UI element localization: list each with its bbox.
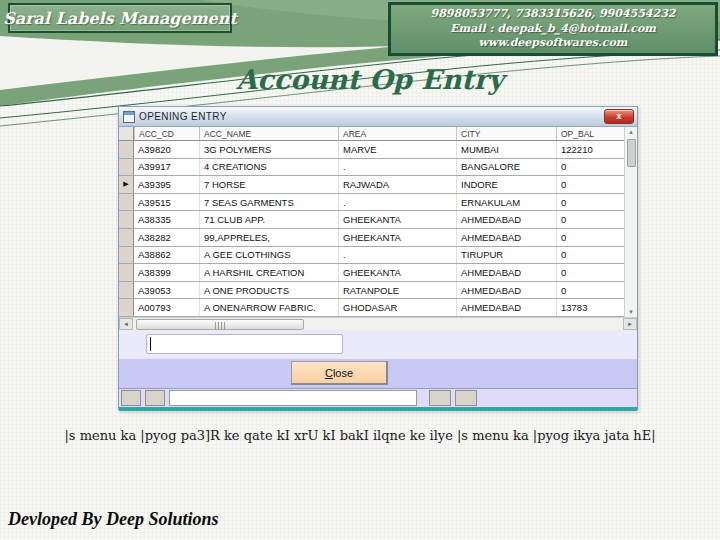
table-row[interactable]: A00793 A ONENARROW FABRIC. GHODASAR AHME… xyxy=(119,299,624,317)
row-selector[interactable] xyxy=(119,194,134,211)
table-row[interactable]: A39820 3G POLYMERS MARVE MUMBAI 122210 xyxy=(119,141,624,159)
grid-header-row: ACC_CD ACC_NAME AREA CITY OP_BAL xyxy=(119,127,624,141)
cell-area: GHEEKANTA xyxy=(338,229,456,246)
cell-acc-cd: A38862 xyxy=(134,247,199,264)
cell-op-bal: 0 xyxy=(556,211,623,228)
cell-acc-name: 7 HORSE xyxy=(199,176,338,193)
cell-acc-name: 4 CREATIONS xyxy=(199,159,338,176)
table-row[interactable]: A39515 7 SEAS GARMENTS . ERNAKULAM 0 xyxy=(119,194,624,212)
table-row[interactable]: A38335 71 CLUB APP. GHEEKANTA AHMEDABAD … xyxy=(119,211,624,229)
cell-acc-cd: A39515 xyxy=(134,194,199,211)
cell-city: TIRUPUR xyxy=(456,247,556,264)
cell-area: . xyxy=(338,247,456,264)
scroll-left-icon[interactable]: ◄ xyxy=(119,318,133,330)
row-selector[interactable] xyxy=(119,282,134,299)
row-selector[interactable]: ▶ xyxy=(119,176,134,193)
close-button[interactable]: Close xyxy=(291,361,388,385)
row-selector[interactable] xyxy=(119,159,134,176)
row-selector[interactable] xyxy=(119,247,134,264)
cell-area: . xyxy=(338,159,456,176)
window-bottom-accent xyxy=(119,407,637,411)
contact-website: www.deepsoftwares.com xyxy=(479,36,628,51)
cell-acc-name: A HARSHIL CREATION xyxy=(199,264,338,281)
scroll-up-icon[interactable]: ▲ xyxy=(628,127,634,137)
cell-op-bal: 13783 xyxy=(556,299,623,316)
row-selector[interactable] xyxy=(119,229,134,246)
cell-acc-name: A ONE PRODUCTS xyxy=(199,282,338,299)
row-selector[interactable] xyxy=(119,299,134,316)
window-close-button[interactable]: x xyxy=(604,109,634,124)
cell-op-bal: 122210 xyxy=(556,141,623,158)
cell-op-bal: 0 xyxy=(556,247,623,264)
slide: Saral Labels Management 9898053777, 7383… xyxy=(0,0,720,540)
cell-area: GHODASAR xyxy=(338,299,456,316)
table-row[interactable]: A39053 A ONE PRODUCTS RATANPOLE AHMEDABA… xyxy=(119,282,624,300)
table-row[interactable]: A38862 A GEE CLOTHINGS . TIRUPUR 0 xyxy=(119,247,624,265)
column-header-acc-cd[interactable]: ACC_CD xyxy=(134,127,199,140)
cell-acc-name: A ONENARROW FABRIC. xyxy=(199,299,338,316)
table-row[interactable]: A38399 A HARSHIL CREATION GHEEKANTA AHME… xyxy=(119,264,624,282)
cell-area: RATANPOLE xyxy=(338,282,456,299)
data-grid: ACC_CD ACC_NAME AREA CITY OP_BAL A39820 … xyxy=(119,127,637,317)
cell-acc-name: 71 CLUB APP. xyxy=(199,211,338,228)
scroll-right-icon[interactable]: ► xyxy=(623,318,637,330)
window-titlebar[interactable]: OPENING ENTRY x xyxy=(119,107,637,127)
column-header-area[interactable]: AREA xyxy=(338,127,456,140)
vertical-scrollbar[interactable]: ▲ ▼ xyxy=(624,127,637,317)
cell-op-bal: 0 xyxy=(556,159,623,176)
contact-box: 9898053777, 7383315626, 9904554232 Email… xyxy=(388,2,718,56)
close-strip: Close xyxy=(119,359,637,388)
cell-acc-name: A GEE CLOTHINGS xyxy=(199,247,338,264)
window-title: OPENING ENTRY xyxy=(139,111,227,122)
cell-city: ERNAKULAM xyxy=(456,194,556,211)
nav-next-button[interactable] xyxy=(429,390,451,406)
cell-acc-cd: A39917 xyxy=(134,159,199,176)
search-input[interactable] xyxy=(146,334,343,354)
row-selector[interactable] xyxy=(119,264,134,281)
hindi-caption: |s menu ka |pyog pa3]R ke qate kI xrU kI… xyxy=(0,428,720,443)
nav-record-box[interactable] xyxy=(169,390,417,406)
cell-area: RAJWADA xyxy=(338,176,456,193)
vertical-scroll-thumb[interactable] xyxy=(627,139,636,167)
row-selector[interactable] xyxy=(119,141,134,158)
cell-acc-cd: A39395 xyxy=(134,176,199,193)
contact-phones: 9898053777, 7383315626, 9904554232 xyxy=(431,7,676,22)
column-header-op-bal[interactable]: OP_BAL xyxy=(556,127,623,140)
cell-acc-cd: A00793 xyxy=(134,299,199,316)
cell-op-bal: 0 xyxy=(556,264,623,281)
row-selector-arrow: ▶ xyxy=(123,180,128,188)
table-row[interactable]: ▶ A39395 7 HORSE RAJWADA INDORE 0 xyxy=(119,176,624,194)
opening-entry-window: OPENING ENTRY x ACC_CD ACC_NAME AREA CIT… xyxy=(118,106,638,410)
row-selector[interactable] xyxy=(119,211,134,228)
cell-acc-name: 3G POLYMERS xyxy=(199,141,338,158)
brand-box: Saral Labels Management xyxy=(8,3,232,33)
row-selector-header xyxy=(119,127,134,140)
column-header-city[interactable]: CITY xyxy=(456,127,556,140)
table-row[interactable]: A39917 4 CREATIONS . BANGALORE 0 xyxy=(119,159,624,177)
nav-last-button[interactable] xyxy=(455,390,477,406)
nav-previous-button[interactable] xyxy=(145,390,165,406)
form-icon xyxy=(123,111,135,123)
footer-credit: Devloped By Deep Solutions xyxy=(8,509,218,530)
table-row[interactable]: A38282 99,APPRELES, GHEEKANTA AHMEDABAD … xyxy=(119,229,624,247)
search-area xyxy=(119,330,637,359)
scroll-down-icon[interactable]: ▼ xyxy=(628,307,634,317)
record-navigator xyxy=(119,388,637,407)
nav-first-button[interactable] xyxy=(121,390,141,406)
close-button-label: Close xyxy=(292,367,386,379)
cell-op-bal: 0 xyxy=(556,176,623,193)
cell-city: BANGALORE xyxy=(456,159,556,176)
horizontal-scrollbar[interactable]: ◄ ► xyxy=(119,317,637,330)
cell-city: AHMEDABAD xyxy=(456,264,556,281)
cell-city: AHMEDABAD xyxy=(456,211,556,228)
cell-area: GHEEKANTA xyxy=(338,211,456,228)
brand-title: Saral Labels Management xyxy=(3,9,237,28)
column-header-acc-name[interactable]: ACC_NAME xyxy=(199,127,338,140)
text-caret xyxy=(150,337,151,351)
cell-acc-name: 99,APPRELES, xyxy=(199,229,338,246)
cell-acc-cd: A39820 xyxy=(134,141,199,158)
contact-email: Email : deepak_b_4@hotmail.com xyxy=(450,22,656,37)
horizontal-scroll-thumb[interactable] xyxy=(136,319,304,330)
cell-city: AHMEDABAD xyxy=(456,299,556,316)
cell-acc-cd: A39053 xyxy=(134,282,199,299)
